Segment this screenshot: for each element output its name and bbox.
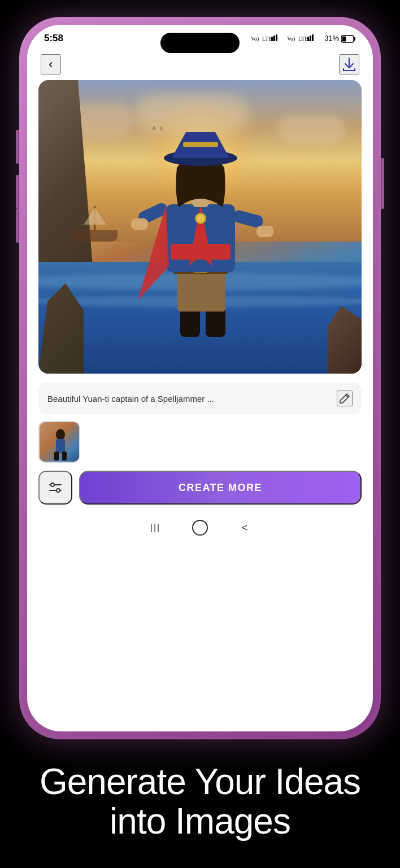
svg-rect-3 [273, 36, 275, 41]
cloud-2 [277, 115, 345, 143]
thumbnail-image [40, 422, 79, 462]
svg-rect-23 [232, 209, 264, 229]
create-more-label: CREATE MORE [179, 482, 262, 494]
svg-rect-22 [131, 218, 148, 230]
thumbnail-row [38, 421, 362, 463]
tagline-line1: Generate Your Ideas [40, 762, 360, 801]
status-bar: 5:58 Vo) LTE1 Vo) LTE2 [27, 25, 373, 49]
back-icon: ‹ [49, 57, 53, 72]
svg-rect-32 [183, 142, 218, 147]
signal-icon: Vo) LTE1 [251, 33, 285, 42]
back-gesture-button[interactable]: < [236, 519, 253, 536]
svg-point-43 [56, 489, 60, 492]
home-indicator-area: ||| < [27, 514, 373, 547]
settings-button[interactable] [38, 471, 72, 505]
generated-image: ∧ ∧ [38, 80, 362, 374]
svg-rect-39 [62, 451, 67, 461]
figure-svg [127, 120, 273, 340]
svg-rect-2 [271, 37, 273, 41]
svg-point-41 [51, 483, 54, 486]
create-more-button[interactable]: CREATE MORE [79, 471, 362, 505]
prompt-bar: Beautiful Yuan-ti captain of a Spelljamm… [38, 383, 362, 414]
ship-hull [72, 230, 118, 242]
svg-rect-7 [307, 37, 309, 41]
birds: ∧ ∧ [151, 124, 163, 132]
svg-rect-12 [342, 36, 346, 41]
figure-container [121, 114, 279, 340]
settings-icon [47, 480, 63, 496]
svg-rect-8 [310, 36, 311, 41]
phone-shell: 5:58 Vo) LTE1 Vo) LTE2 [19, 17, 381, 739]
battery-icon [341, 35, 356, 43]
tagline-line2: into Images [40, 801, 360, 841]
prompt-text: Beautiful Yuan-ti captain of a Spelljamm… [47, 394, 337, 404]
signal-indicator-2: Vo) LTE2 [287, 33, 321, 43]
nav-bar: ‹ [27, 49, 373, 80]
svg-text:Vo): Vo) [251, 36, 259, 42]
svg-rect-11 [354, 37, 356, 41]
status-time: 5:58 [44, 33, 63, 44]
edit-prompt-button[interactable] [337, 391, 353, 406]
svg-point-36 [56, 429, 65, 440]
edit-icon [338, 392, 351, 405]
svg-rect-24 [256, 226, 273, 237]
ship-sail [84, 208, 106, 225]
dynamic-island [160, 33, 240, 53]
main-content: ∧ ∧ Beautiful Yuan-ti captain of a Spell… [27, 80, 373, 731]
svg-text:LTE2: LTE2 [298, 36, 311, 42]
bottom-text-section: Generate Your Ideas into Images [17, 762, 383, 841]
svg-text:Vo): Vo) [287, 36, 295, 42]
image-scene: ∧ ∧ [38, 80, 362, 374]
download-button[interactable] [339, 54, 359, 74]
home-button[interactable] [192, 520, 208, 536]
status-icons: Vo) LTE1 Vo) LTE2 [251, 33, 356, 43]
svg-text:LTE1: LTE1 [262, 36, 275, 42]
svg-rect-37 [56, 439, 65, 453]
download-icon [341, 56, 357, 72]
phone-screen: 5:58 Vo) LTE1 Vo) LTE2 [27, 25, 373, 731]
signal-icon-2: Vo) LTE2 [287, 33, 321, 42]
back-button[interactable]: ‹ [41, 54, 61, 74]
svg-point-34 [197, 214, 205, 222]
thumbnail-svg [40, 422, 80, 463]
thumbnail-item[interactable] [38, 421, 80, 463]
svg-rect-9 [312, 34, 314, 41]
action-row: CREATE MORE [38, 471, 362, 505]
battery-indicator: 31% [324, 34, 356, 43]
ship [72, 208, 118, 242]
svg-rect-4 [276, 34, 277, 41]
recent-apps-button[interactable]: ||| [147, 519, 164, 536]
svg-rect-38 [54, 451, 59, 461]
signal-indicator: Vo) LTE1 [251, 33, 285, 43]
